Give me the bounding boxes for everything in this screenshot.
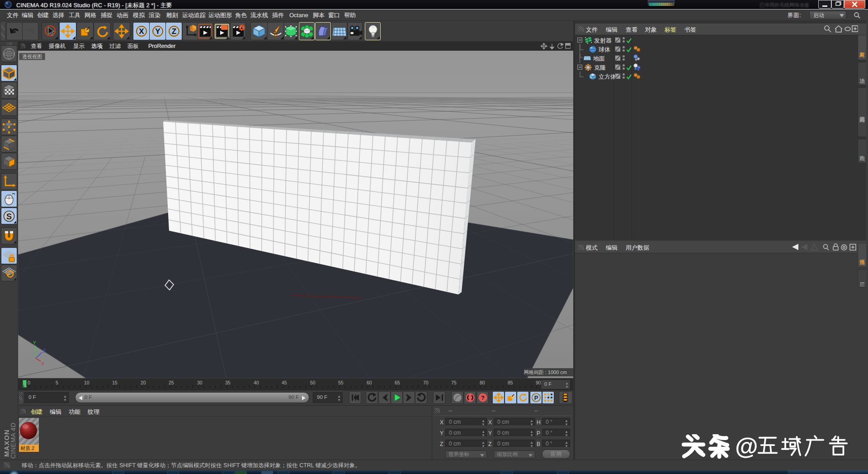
- svg-text:Y: Y: [33, 341, 36, 346]
- svg-text:Y: Y: [155, 27, 160, 36]
- svg-text:S: S: [6, 212, 12, 221]
- svg-text:x: x: [42, 361, 44, 366]
- svg-text:网格间距 : 1000 cm: 网格间距 : 1000 cm: [524, 370, 567, 375]
- svg-text:P: P: [534, 394, 538, 401]
- svg-text:@: @: [735, 434, 758, 459]
- svg-text:?: ?: [481, 394, 485, 401]
- svg-text:Z: Z: [171, 27, 176, 36]
- svg-text:Z: Z: [43, 349, 46, 354]
- svg-text:X: X: [139, 27, 144, 36]
